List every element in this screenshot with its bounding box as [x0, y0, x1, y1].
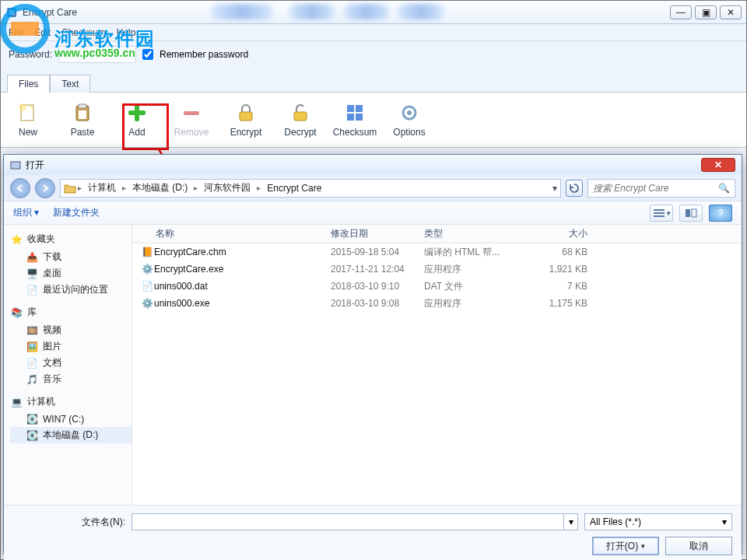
col-type[interactable]: 类型 — [424, 227, 525, 240]
minimize-button[interactable]: — — [670, 5, 692, 19]
toolbar-add-label: Add — [128, 127, 145, 138]
refresh-button[interactable] — [566, 180, 583, 197]
remember-password-label: Remember password — [160, 49, 248, 60]
close-button[interactable]: ✕ — [720, 5, 742, 19]
nav-favorites[interactable]: ⭐ 收藏夹 — [10, 233, 132, 246]
nav-pictures[interactable]: 🖼️图片 — [10, 338, 132, 355]
toolbar-new[interactable]: New — [1, 96, 55, 144]
col-name[interactable]: 名称 — [132, 227, 331, 240]
preview-pane-button[interactable] — [679, 205, 703, 222]
tab-text[interactable]: Text — [50, 75, 90, 93]
computer-icon: 💻 — [10, 396, 23, 408]
breadcrumb-seg-0[interactable]: 计算机 — [83, 181, 121, 194]
file-row[interactable]: ⚙️unins000.exe2018-03-10 9:08应用程序1,175 K… — [132, 295, 742, 312]
password-input[interactable] — [58, 46, 136, 63]
toolbar-encrypt-label: Encrypt — [230, 127, 262, 138]
nav-drive-c[interactable]: 💽WIN7 (C:) — [10, 411, 132, 427]
svg-rect-1 — [9, 10, 14, 15]
breadcrumb[interactable]: ▸ 计算机▸ 本地磁盘 (D:)▸ 河东软件园▸ Encrypt Care ▾ — [60, 179, 561, 198]
forward-button[interactable] — [35, 178, 55, 198]
filename-input[interactable] — [132, 513, 564, 530]
file-row[interactable]: 📄unins000.dat2018-03-10 9:10DAT 文件7 KB — [132, 278, 742, 295]
svg-rect-15 — [347, 114, 354, 121]
nav-recent[interactable]: 📄最近访问的位置 — [10, 282, 132, 298]
file-size: 1,921 KB — [525, 264, 603, 275]
breadcrumb-seg-1[interactable]: 本地磁盘 (D:) — [128, 181, 192, 194]
back-button[interactable] — [10, 178, 30, 198]
toolbar-add[interactable]: Add — [110, 96, 164, 144]
nav-downloads[interactable]: 📥下载 — [10, 249, 132, 265]
pictures-icon: 🖼️ — [26, 341, 38, 353]
file-list-pane: 名称 修改日期 类型 大小 📙EncryptCare.chm2015-09-18… — [132, 225, 742, 505]
video-icon: 🎞️ — [26, 324, 38, 337]
dialog-close-button[interactable]: ✕ — [701, 158, 735, 172]
remember-password-checkbox[interactable] — [142, 49, 153, 60]
menu-checksum[interactable]: Checksum — [61, 27, 106, 38]
lock-open-icon — [289, 102, 311, 124]
file-row[interactable]: 📙EncryptCare.chm2015-09-18 5:04编译的 HTML … — [132, 243, 742, 261]
file-name: EncryptCare.chm — [154, 247, 331, 257]
filename-dropdown-icon[interactable]: ▾ — [564, 513, 578, 530]
maximize-button[interactable]: ▣ — [695, 5, 717, 19]
menu-help[interactable]: Help — [117, 27, 136, 38]
toolbar-paste[interactable]: Paste — [55, 96, 110, 144]
nav-videos[interactable]: 🎞️视频 — [10, 322, 132, 338]
search-input[interactable] — [593, 183, 718, 194]
view-mode-button[interactable]: ▾ — [650, 205, 673, 222]
file-open-dialog: 打开 ✕ ▸ 计算机▸ 本地磁盘 (D:)▸ 河东软件园▸ Encrypt Ca… — [3, 154, 742, 555]
nav-music[interactable]: 🎵音乐 — [10, 371, 132, 387]
checksum-icon — [344, 102, 366, 124]
drive-icon: 💽 — [26, 429, 38, 442]
file-size: 68 KB — [525, 247, 603, 257]
tab-row: Files Text — [1, 74, 746, 92]
file-size: 7 KB — [525, 281, 603, 292]
svg-rect-26 — [686, 209, 690, 217]
nav-drive-d[interactable]: 💽本地磁盘 (D:) — [10, 427, 132, 443]
breadcrumb-dropdown-icon[interactable]: ▾ — [552, 183, 557, 194]
organize-menu[interactable]: 组织 ▾ — [13, 206, 39, 219]
dialog-titlebar: 打开 ✕ — [4, 155, 742, 175]
filename-label: 文件名(N): — [82, 516, 125, 529]
music-icon: 🎵 — [26, 373, 38, 386]
tab-files[interactable]: Files — [7, 75, 50, 93]
toolbar-options[interactable]: Options — [382, 96, 437, 144]
remove-icon — [181, 102, 202, 124]
svg-point-4 — [19, 103, 26, 111]
toolbar: New Paste Add Remove Encrypt — [1, 92, 746, 148]
file-type-filter[interactable]: All Files (*.*) ▾ — [584, 513, 732, 530]
col-date[interactable]: 修改日期 — [331, 227, 424, 240]
file-date: 2017-11-21 12:04 — [331, 264, 424, 275]
file-icon: ⚙️ — [140, 298, 154, 309]
download-icon: 📥 — [26, 251, 38, 264]
nav-desktop[interactable]: 🖥️桌面 — [10, 265, 132, 282]
file-type: 应用程序 — [424, 297, 525, 310]
password-row: Password: Remember password — [1, 41, 746, 74]
file-name: unins000.exe — [154, 298, 331, 309]
chevron-down-icon: ▾ — [722, 516, 727, 527]
new-folder-button[interactable]: 新建文件夹 — [53, 206, 100, 219]
add-icon — [126, 102, 148, 124]
menu-file[interactable]: File — [9, 27, 23, 38]
nav-computer[interactable]: 💻 计算机 — [10, 395, 132, 408]
breadcrumb-seg-3[interactable]: Encrypt Care — [262, 183, 326, 194]
toolbar-decrypt[interactable]: Decrypt — [273, 96, 328, 144]
toolbar-checksum[interactable]: Checksum — [328, 96, 382, 144]
svg-rect-22 — [11, 162, 20, 169]
open-button[interactable]: 打开(O)▾ — [592, 537, 659, 555]
menu-edit[interactable]: Edit — [34, 27, 51, 38]
toolbar-encrypt[interactable]: Encrypt — [219, 96, 273, 144]
breadcrumb-seg-2[interactable]: 河东软件园 — [199, 181, 255, 194]
search-box[interactable]: 🔍 — [587, 179, 735, 198]
help-button[interactable]: ? — [709, 205, 732, 222]
svg-rect-27 — [692, 209, 696, 217]
lock-closed-icon — [235, 102, 257, 124]
file-name: unins000.dat — [154, 281, 331, 292]
file-row[interactable]: ⚙️EncryptCare.exe2017-11-21 12:04应用程序1,9… — [132, 261, 742, 278]
cancel-button[interactable]: 取消 — [665, 537, 732, 555]
col-size[interactable]: 大小 — [525, 227, 603, 240]
nav-libraries[interactable]: 📚 库 — [10, 306, 132, 319]
libraries-icon: 📚 — [10, 306, 23, 319]
desktop-icon: 🖥️ — [26, 268, 38, 280]
file-icon: ⚙️ — [140, 264, 154, 275]
nav-documents[interactable]: 📄文档 — [10, 355, 132, 371]
